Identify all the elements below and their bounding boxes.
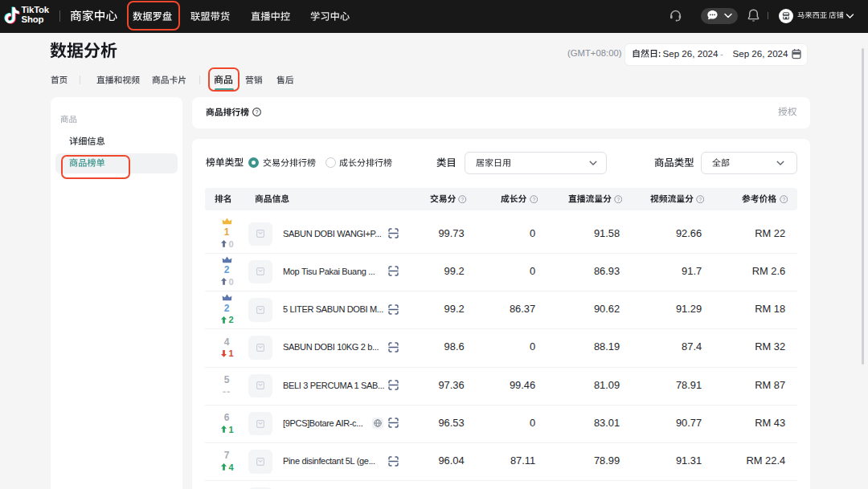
svg-text:?: ? [698,196,702,202]
svg-text:?: ? [532,196,535,202]
svg-text:?: ? [616,196,620,202]
svg-text:?: ? [461,196,464,202]
svg-text:?: ? [782,196,785,202]
svg-text:?: ? [256,108,259,116]
